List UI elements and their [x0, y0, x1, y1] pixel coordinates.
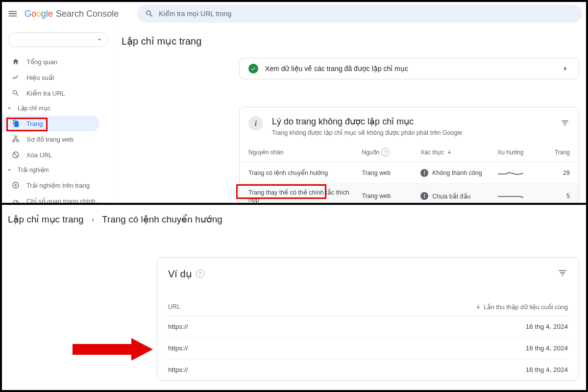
hamburger-icon[interactable] — [6, 7, 20, 21]
search-icon — [145, 9, 154, 18]
nav-label: Xóa URL — [26, 151, 52, 159]
nav-removals[interactable]: Xóa URL — [2, 147, 114, 163]
url-inspect-search[interactable]: Kiểm tra mọi URL trong — [137, 5, 582, 23]
nav-label: Sơ đồ trang web — [26, 136, 74, 143]
trend-icon — [12, 74, 20, 81]
chevron-down-icon — [6, 167, 13, 173]
nav-label: Chỉ số quan trọng chính... — [26, 197, 101, 205]
nav-core-web-vitals[interactable]: Chỉ số quan trọng chính... — [2, 193, 114, 205]
error-icon: ! — [420, 192, 428, 200]
help-icon[interactable]: ? — [381, 148, 390, 156]
arrow-down-icon — [446, 149, 453, 156]
plus-circle-icon — [12, 181, 20, 189]
arrow-down-icon — [475, 304, 482, 311]
reason-row[interactable]: Trang có lệnh chuyển hướng Trang web ! K… — [240, 162, 579, 183]
examples-card: Ví dụ ? URL Lần thu thập dữ liệu cuối cù… — [157, 257, 579, 381]
cell-crawled: 16 thg 4, 2024 — [526, 344, 568, 352]
property-selector[interactable] — [8, 32, 108, 47]
cell-crawled: 16 thg 4, 2024 — [526, 323, 568, 330]
brand-logo: Google Search Console — [24, 9, 119, 19]
col-cause: Nguyên nhân — [248, 149, 358, 156]
nav-label: Trải nghiệm trên trang — [26, 182, 90, 189]
home-icon — [12, 58, 20, 66]
cell-validation: Chưa bắt đầu — [432, 193, 470, 200]
filter-icon[interactable] — [557, 268, 568, 280]
svg-rect-1 — [13, 140, 15, 142]
col-validation-sort[interactable]: Xác thực — [420, 149, 493, 156]
example-row[interactable]: https:// 16 thg 4, 2024 — [168, 337, 568, 359]
cell-cause: Trang thay thế có thẻ chính tắc thích hợ… — [248, 189, 358, 203]
nav-page-experience[interactable]: Trải nghiệm trên trang — [2, 177, 114, 193]
cell-url: https:// — [168, 323, 188, 330]
cell-pages: 29 — [547, 170, 570, 176]
nav-label: Kiểm tra URL — [26, 90, 65, 97]
nav-sitemaps[interactable]: Sơ đồ trang web — [2, 131, 114, 147]
reason-row[interactable]: Trang thay thế có thẻ chính tắc thích hợ… — [240, 183, 579, 203]
gauge-icon — [12, 197, 20, 205]
breadcrumb-root[interactable]: Lập chỉ mục trang — [8, 214, 84, 225]
svg-rect-0 — [15, 136, 17, 137]
cell-cause: Trang có lệnh chuyển hướng — [248, 169, 358, 176]
search-placeholder: Kiểm tra mọi URL trong — [159, 10, 231, 18]
sparkline — [497, 194, 524, 198]
cell-source: Trang web — [362, 193, 417, 199]
help-icon[interactable]: ? — [196, 270, 204, 278]
nav-section-label: Lập chỉ mục — [18, 105, 50, 112]
sitemap-icon — [12, 135, 20, 143]
nav-section-experience[interactable]: Trải nghiệm — [2, 163, 114, 177]
not-indexed-reasons-card: i Lý do trang không được lập chỉ mục Tra… — [239, 107, 579, 203]
page-title: Lập chỉ mục trang — [122, 35, 579, 47]
nav-overview[interactable]: Tổng quan — [2, 54, 114, 70]
example-row[interactable]: https:// 16 thg 4, 2024 — [168, 359, 568, 380]
chevron-down-icon — [96, 36, 103, 43]
col-pages: Trang — [547, 149, 570, 156]
indexed-summary-card[interactable]: Xem dữ liệu về các trang đã được lập chỉ… — [239, 58, 579, 79]
magnify-icon — [12, 89, 20, 97]
chevron-right-icon: › — [92, 215, 94, 224]
nav-label: Tổng quan — [26, 58, 57, 66]
nav-performance[interactable]: Hiệu suất — [2, 70, 114, 85]
annotation-arrow — [70, 336, 154, 363]
reasons-title: Lý do trang không được lập chỉ mục — [272, 116, 462, 127]
breadcrumb: Lập chỉ mục trang › Trang có lệnh chuyển… — [2, 205, 586, 234]
cell-validation: Không thành công — [432, 170, 482, 176]
nav-pages[interactable]: Trang — [2, 116, 99, 131]
info-icon: i — [248, 116, 263, 131]
example-row[interactable]: https:// 16 thg 4, 2024 — [168, 316, 568, 337]
col-trend: Xu hướng — [497, 149, 543, 156]
col-url: URL — [168, 303, 180, 311]
filter-icon[interactable] — [560, 116, 570, 129]
reasons-table-head: Nguyên nhân Nguồn ? Xác thực Xu hướng Tr… — [240, 143, 579, 162]
nav-url-inspect[interactable]: Kiểm tra URL — [2, 85, 114, 101]
chevron-right-icon — [561, 64, 570, 73]
cell-pages: 5 — [547, 193, 570, 199]
examples-title: Ví dụ — [168, 268, 192, 280]
breadcrumb-leaf: Trang có lệnh chuyển hướng — [102, 214, 222, 225]
sparkline — [497, 171, 524, 175]
pages-icon — [12, 120, 20, 127]
svg-rect-2 — [17, 140, 19, 142]
remove-icon — [12, 151, 20, 159]
cell-url: https:// — [168, 344, 188, 352]
reasons-subtitle: Trang không được lập chỉ mục sẽ không đư… — [272, 129, 462, 136]
cell-source: Trang web — [362, 170, 417, 176]
nav-section-label: Trải nghiệm — [18, 167, 49, 173]
nav-label: Hiệu suất — [26, 74, 54, 81]
cell-crawled: 16 thg 4, 2024 — [526, 366, 568, 373]
examples-table-head: URL Lần thu thập dữ liệu cuối cùng — [168, 303, 568, 316]
error-icon: ! — [420, 169, 428, 177]
col-crawled-sort[interactable]: Lần thu thập dữ liệu cuối cùng — [475, 303, 568, 311]
indexed-banner-text: Xem dữ liệu về các trang đã được lập chỉ… — [265, 65, 408, 73]
sidebar: Tổng quan Hiệu suất Kiểm tra URL Lập chỉ… — [2, 25, 115, 203]
nav-section-indexing[interactable]: Lập chỉ mục — [2, 101, 114, 116]
chevron-down-icon — [6, 105, 13, 112]
check-circle-icon — [248, 64, 258, 74]
nav-label: Trang — [26, 120, 43, 127]
cell-url: https:// — [168, 366, 188, 373]
col-source: Nguồn — [362, 149, 380, 156]
